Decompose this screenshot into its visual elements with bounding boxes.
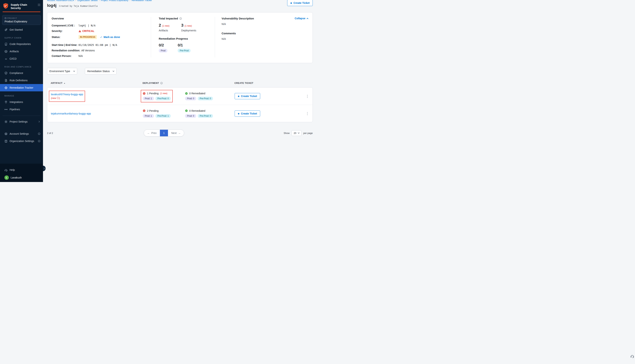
app-logo-row: Supply Chain Security [0,0,43,12]
deployments-count: 3 [181,23,183,28]
column-header-deployment: DEPLOYMENT [143,82,185,84]
breadcrumb-project[interactable]: Project: Product Exploratory [101,0,128,2]
chevron-down-icon [298,132,300,134]
component-cve-value: log4j | N/A [78,24,96,27]
info-icon [160,82,163,84]
sidebar-section-supply-chain: SUPPLY CHAIN [0,34,43,40]
ticket-diamond-icon: ◆ [238,112,240,115]
sidebar: Supply Chain Security PROJECT Product Ex… [0,0,43,182]
breadcrumb-account[interactable]: Account: Automation-SSCA [47,0,74,2]
pending-count: 1 Pending [147,92,159,95]
overview-impact-column: Total Impacted 2(1 new) Artifacts 3(1 ne… [151,17,215,58]
created-by-label: Created by Teja Kummarikuntla [59,5,98,7]
brand-accent-line [3,12,40,12]
page-header: log4j Created by Teja Kummarikuntla [47,3,313,8]
sidebar-item-cicd[interactable]: ∞ CI/CD [0,55,43,62]
gear-icon [5,120,8,123]
remediated-prod-badge: Prod: 0 [185,114,196,118]
ticket-diamond-icon: ◆ [290,2,292,4]
app-title: Supply Chain Security [11,3,36,10]
pending-preprod-badge: Pre-Prod: 0 [155,97,171,100]
component-cve-label: Component | CVE : [52,24,78,27]
sidebar-section-risk-and-compliance: RISK AND COMPLIANCE [0,62,43,69]
contact-value: N/A [78,54,83,58]
pager: ← Prev 1 Next → [144,130,184,136]
sidebar-item-account-settings[interactable]: Account Settings [0,130,43,138]
sidebar-item-compliance[interactable]: Compliance [0,69,43,77]
contact-label: Contact Person: [52,54,78,58]
artifacts-count-label: Artifacts [159,29,169,32]
filters-row: Environment Type Remediation Status [47,68,313,74]
row-create-ticket-button[interactable]: ◆ Create Ticket [235,110,260,117]
column-header-create-ticket: CREATE TICKET [235,82,302,84]
row-menu-dots-icon[interactable]: ⋮ [302,111,313,116]
sidebar-divider [3,116,40,116]
mark-as-done-button[interactable]: ✓ Mark as done [100,36,120,38]
collapse-button[interactable]: Collapse [295,17,308,20]
impacted-artifacts: 2(1 new) Artifacts [159,23,169,32]
pending-new-count: (1 new) [160,92,167,95]
remediated-preprod-badge: Pre-Prod: 0 [198,97,213,100]
document-icon [5,79,8,82]
user-name: Lavakush [11,176,22,179]
breadcrumb-organization[interactable]: Organization: default [77,0,98,2]
comments-value: N/A [222,38,286,40]
next-page-button[interactable]: Next → [168,130,184,136]
column-header-artifact[interactable]: ARTIFACT ▲ [51,82,143,84]
condition-label: Remediation condition: [52,49,80,52]
sidebar-item-help[interactable]: Help [0,166,43,174]
sidebar-item-integrations[interactable]: Integrations [0,98,43,106]
user-avatar: L [5,176,9,180]
left-arrow-icon: ← [147,132,150,134]
sidebar-item-pipelines[interactable]: Pipelines [0,106,43,113]
artifact-link[interactable]: lavakush07/easy-buggy-app [51,93,83,96]
layers-icon [5,132,8,136]
remediation-status-filter[interactable]: Remediation Status [85,68,116,74]
chevron-up-icon [307,18,309,20]
artifact-new-tag: (new ⓘ) [51,96,83,100]
table-row: tejakummarikuntla/easy-buggy-app 2 Pendi… [47,105,313,122]
remediated-block: 0 Remediated Prod: 0 Pre-Prod: 0 [185,109,213,118]
chevron-down-icon [73,70,75,72]
prod-progress: 0/2 Prod [159,43,167,52]
artifact-link[interactable]: tejakummarikuntla/easy-buggy-app [51,112,91,115]
sidebar-item-artifacts[interactable]: Artifacts [0,48,43,55]
condition-value: All Versions [81,49,95,52]
plug-icon [5,100,8,104]
current-page-button[interactable]: 1 [160,130,168,136]
app-switcher-grid-icon[interactable] [38,4,40,7]
sidebar-item-rule-definitions[interactable]: Rule Definitions [0,77,43,84]
annotation-highlight-artifact: lavakush07/easy-buggy-app (new ⓘ) [51,93,83,100]
prev-page-button[interactable]: ← Prev [144,130,160,136]
user-menu[interactable]: L Lavakush [0,174,43,180]
headset-icon [5,168,8,172]
organization-icon [5,140,8,143]
page-size-group: Show 20 per page [284,130,313,136]
status-badge: IN-PROGRESS [78,35,97,39]
chevron-down-icon [113,70,114,72]
right-arrow-icon: → [178,132,181,134]
sidebar-item-remediation-tracker[interactable]: Remediation Tracker [0,84,43,91]
sidebar-item-project-settings[interactable]: Project Settings [0,118,43,125]
sidebar-item-organization-settings[interactable]: Organization Settings [0,138,43,145]
sidebar-item-code-repositories[interactable]: Code Repositories [0,40,43,48]
pending-icon [143,109,145,112]
project-selector-label: PROJECT [7,17,17,19]
sidebar-item-get-started[interactable]: Get Started [0,26,43,34]
deployments-new-count: (1 new) [185,24,192,27]
page-size-select[interactable]: 20 [291,130,301,136]
row-menu-dots-icon[interactable]: ⋮ [302,94,313,98]
check-icon: ✓ [100,36,102,38]
project-icon [5,17,7,19]
shield-check-icon [5,72,8,75]
breadcrumb-remediation-tracker[interactable]: Remediation Tracker [132,0,152,2]
artifacts-new-count: (1 new) [162,24,169,27]
annotation-highlight-pending: 1 Pending (1 new) Prod: 1 Pre-Prod: 0 [143,92,171,100]
create-ticket-button[interactable]: ◆ Create Ticket [287,0,313,6]
row-create-ticket-button[interactable]: ◆ Create Ticket [235,93,260,99]
box-icon [5,50,8,53]
rocket-icon [5,28,8,31]
project-selector[interactable]: PROJECT Product Exploratory [2,15,41,25]
environment-type-filter[interactable]: Environment Type [47,68,77,74]
remediated-count: 0 Remediated [189,109,205,112]
